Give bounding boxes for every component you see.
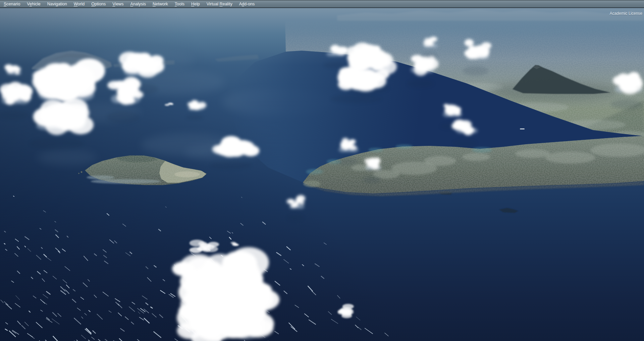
horizon-haze — [0, 7, 644, 67]
menu-item-world[interactable]: World — [70, 1, 88, 7]
menu-item-virtual-reality[interactable]: Virtual Reality — [203, 1, 236, 7]
license-label: Academic License — [610, 11, 642, 16]
menu-item-views[interactable]: Views — [109, 1, 127, 7]
menu-item-network[interactable]: Network — [149, 1, 171, 7]
cloud — [119, 52, 164, 77]
menu-bar: ScenarioVehicleNavigationWorldOptionsVie… — [0, 0, 644, 8]
cloud — [172, 247, 279, 341]
menu-item-add-ons[interactable]: Add-ons — [236, 1, 258, 7]
menu-item-tools[interactable]: Tools — [171, 1, 188, 7]
menu-item-options[interactable]: Options — [88, 1, 109, 7]
simulator-3d-viewport[interactable] — [0, 0, 644, 341]
menu-item-analysis[interactable]: Analysis — [127, 1, 149, 7]
menu-item-vehicle[interactable]: Vehicle — [23, 1, 44, 7]
cloud — [364, 158, 381, 170]
menu-item-help[interactable]: Help — [188, 1, 203, 7]
menu-item-navigation[interactable]: Navigation — [44, 1, 70, 7]
menu-item-scenario[interactable]: Scenario — [0, 1, 23, 7]
